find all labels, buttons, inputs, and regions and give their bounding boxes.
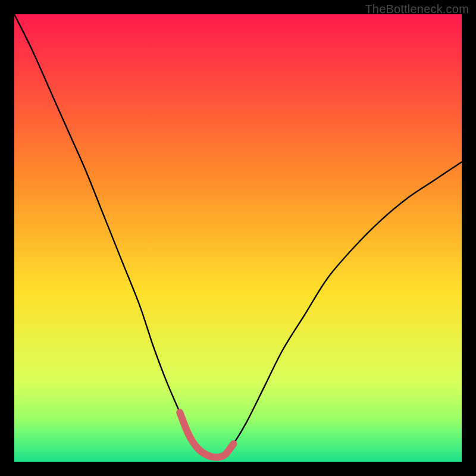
chart-frame <box>14 14 462 462</box>
bottleneck-chart <box>14 14 462 462</box>
watermark-text: TheBottleneck.com <box>365 2 469 16</box>
gradient-background <box>14 14 462 462</box>
